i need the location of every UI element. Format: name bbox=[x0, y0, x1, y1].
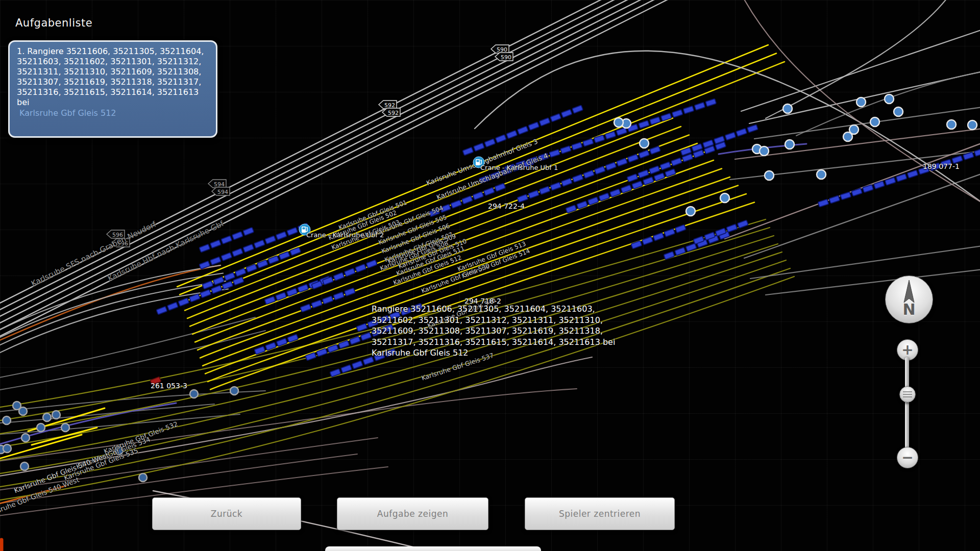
wagon[interactable] bbox=[649, 166, 660, 174]
wagon[interactable] bbox=[829, 195, 840, 203]
wagon[interactable] bbox=[528, 122, 539, 130]
wagon[interactable] bbox=[572, 142, 582, 150]
wagon[interactable] bbox=[974, 148, 980, 156]
wagon[interactable] bbox=[311, 300, 322, 308]
switch-node[interactable] bbox=[720, 193, 729, 203]
switch-node[interactable] bbox=[3, 444, 11, 453]
wagon[interactable] bbox=[566, 205, 576, 213]
wagon[interactable] bbox=[683, 106, 694, 114]
wagon[interactable] bbox=[490, 171, 501, 180]
wagon[interactable] bbox=[210, 257, 221, 265]
switch-node[interactable] bbox=[686, 207, 695, 216]
wagon[interactable] bbox=[287, 228, 298, 236]
switch-node[interactable] bbox=[856, 97, 866, 107]
wagon[interactable] bbox=[929, 163, 940, 170]
wagon[interactable] bbox=[189, 294, 200, 302]
wagon[interactable] bbox=[599, 193, 609, 201]
wagon-train[interactable] bbox=[693, 220, 748, 244]
wagon[interactable] bbox=[664, 229, 675, 237]
wagon[interactable] bbox=[638, 170, 649, 178]
wagon[interactable] bbox=[254, 240, 265, 248]
wagon[interactable] bbox=[918, 166, 929, 174]
wagon[interactable] bbox=[290, 247, 301, 256]
wagon[interactable] bbox=[501, 167, 512, 176]
wagon[interactable] bbox=[583, 139, 594, 146]
wagon[interactable] bbox=[333, 292, 344, 300]
switch-node[interactable] bbox=[843, 132, 852, 141]
wagon[interactable] bbox=[243, 228, 254, 236]
wagon[interactable] bbox=[863, 185, 873, 192]
wagon[interactable] bbox=[941, 159, 951, 167]
wagon[interactable] bbox=[352, 361, 363, 369]
wagon[interactable] bbox=[356, 323, 367, 332]
switch-node[interactable] bbox=[947, 120, 956, 129]
wagon-train[interactable] bbox=[202, 247, 301, 289]
wagon[interactable] bbox=[738, 220, 748, 228]
wagon[interactable] bbox=[178, 298, 189, 306]
wagon[interactable] bbox=[627, 174, 638, 182]
wagon[interactable] bbox=[594, 135, 604, 143]
wagon[interactable] bbox=[621, 185, 631, 193]
wagon[interactable] bbox=[664, 252, 674, 260]
wagon[interactable] bbox=[222, 281, 233, 289]
center-player-button[interactable]: Spieler zentrieren bbox=[525, 497, 675, 530]
wagon[interactable] bbox=[298, 284, 308, 292]
switch-node[interactable] bbox=[614, 118, 623, 127]
wagon[interactable] bbox=[484, 139, 495, 147]
wagon[interactable] bbox=[605, 162, 616, 170]
wagon[interactable] bbox=[355, 264, 366, 272]
wagon[interactable] bbox=[540, 186, 550, 194]
wagon[interactable] bbox=[221, 236, 232, 244]
wagon[interactable] bbox=[517, 194, 528, 203]
switch-node[interactable] bbox=[894, 107, 903, 116]
wagon[interactable] bbox=[462, 147, 473, 156]
switch-node[interactable] bbox=[783, 104, 792, 113]
wagon[interactable] bbox=[440, 204, 451, 212]
wagon[interactable] bbox=[233, 277, 244, 285]
switch-node[interactable] bbox=[3, 416, 11, 424]
show-task-button[interactable]: Aufgabe zeigen bbox=[337, 497, 488, 530]
wagon[interactable] bbox=[360, 332, 371, 340]
wagon[interactable] bbox=[643, 177, 654, 185]
wagon[interactable] bbox=[595, 166, 605, 174]
wagon[interactable] bbox=[561, 109, 572, 117]
wagon[interactable] bbox=[268, 256, 279, 264]
wagon[interactable] bbox=[276, 232, 287, 240]
switch-node[interactable] bbox=[817, 170, 826, 179]
wagon[interactable] bbox=[675, 224, 686, 233]
wagon[interactable] bbox=[210, 240, 221, 248]
zoom-slider-track[interactable] bbox=[905, 357, 909, 450]
wagon[interactable] bbox=[642, 237, 653, 245]
wagon[interactable] bbox=[345, 268, 355, 277]
switch-node[interactable] bbox=[190, 390, 198, 398]
wagon[interactable] bbox=[473, 192, 483, 200]
wagon[interactable] bbox=[495, 183, 505, 191]
switch-node[interactable] bbox=[885, 94, 894, 104]
switch-node[interactable] bbox=[968, 120, 977, 130]
switch-node[interactable] bbox=[52, 411, 60, 419]
wagon[interactable] bbox=[694, 103, 705, 110]
switch-node[interactable] bbox=[115, 446, 123, 455]
wagon[interactable] bbox=[610, 189, 621, 197]
wagon[interactable] bbox=[279, 252, 290, 260]
wagon[interactable] bbox=[235, 268, 246, 277]
wagon[interactable] bbox=[627, 154, 638, 162]
wagon[interactable] bbox=[540, 118, 550, 126]
zoom-slider-handle[interactable] bbox=[899, 386, 916, 403]
wagon[interactable] bbox=[952, 156, 963, 163]
wagon[interactable] bbox=[345, 288, 355, 296]
wagon[interactable] bbox=[305, 353, 316, 361]
wagon[interactable] bbox=[265, 236, 276, 244]
switch-node[interactable] bbox=[43, 413, 51, 421]
wagon[interactable] bbox=[202, 281, 213, 289]
wagon[interactable] bbox=[725, 132, 736, 140]
wagon[interactable] bbox=[484, 187, 495, 195]
wagon[interactable] bbox=[200, 290, 211, 298]
wagon[interactable] bbox=[665, 169, 676, 177]
wagon[interactable] bbox=[550, 182, 561, 190]
switch-node[interactable] bbox=[760, 146, 769, 156]
wagon[interactable] bbox=[333, 272, 344, 281]
wagon[interactable] bbox=[276, 292, 286, 300]
zoom-out-button[interactable]: − bbox=[897, 447, 918, 468]
wagon[interactable] bbox=[199, 244, 210, 253]
